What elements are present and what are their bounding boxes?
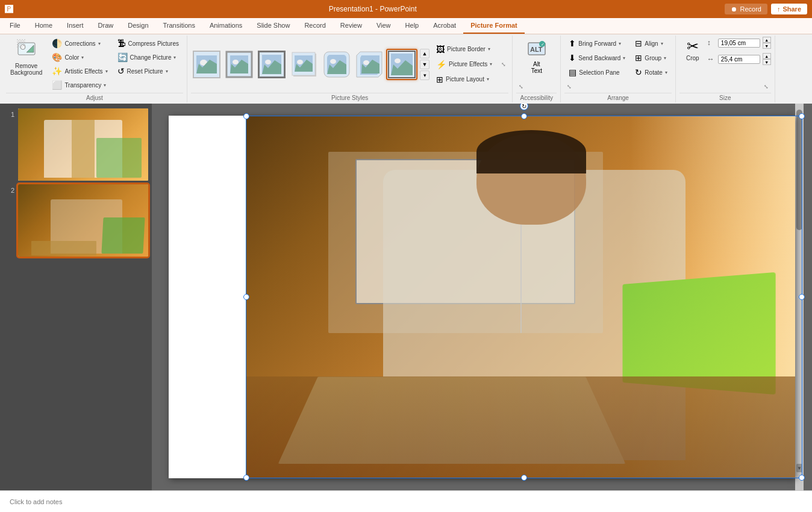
width-spinner: ▲ ▼: [763, 53, 771, 65]
tab-slideshow[interactable]: Slide Show: [249, 18, 297, 34]
tab-acrobat[interactable]: Acrobat: [426, 18, 463, 34]
color-dropdown-icon: ▾: [81, 55, 84, 60]
color-label: Color: [64, 54, 79, 61]
width-input[interactable]: [718, 55, 760, 64]
tab-help[interactable]: Help: [398, 18, 426, 34]
notes-bar[interactable]: Click to add notes: [0, 490, 812, 512]
send-backward-dropdown: ▾: [623, 55, 625, 61]
tab-animations[interactable]: Animations: [202, 18, 249, 34]
alt-text-button[interactable]: ALT✓ AltText: [522, 37, 552, 76]
tab-record[interactable]: Record: [297, 18, 333, 34]
style-thumb-2[interactable]: [223, 49, 255, 80]
change-picture-button[interactable]: 🔄 Change Picture ▾: [113, 51, 183, 64]
style-thumb-1[interactable]: [191, 49, 222, 80]
adjust-group-content: RemoveBackground 🌓 Corrections ▾ 🎨 Color…: [6, 37, 183, 92]
slide-number-2: 2: [4, 184, 14, 194]
tab-file[interactable]: File: [2, 18, 28, 34]
artistic-effects-icon: ✨: [52, 66, 62, 76]
corrections-dropdown-icon: ▾: [98, 41, 101, 46]
color-icon: 🎨: [52, 52, 62, 62]
picture-effects-icon: ⚡: [436, 60, 446, 69]
height-up-button[interactable]: ▲: [763, 37, 771, 43]
rotate-handle[interactable]: ↻: [520, 104, 528, 110]
crop-label: Crop: [686, 55, 699, 61]
app-icon: 🅿: [5, 4, 13, 14]
artistic-effects-button[interactable]: ✨ Artistic Effects ▾: [48, 64, 111, 78]
picture-styles-expand[interactable]: ⤡: [499, 60, 508, 69]
slide-item-1[interactable]: 1: [4, 108, 148, 181]
style-scroll-down[interactable]: ▼: [420, 60, 429, 69]
style-thumb-5[interactable]: [321, 49, 352, 80]
align-button[interactable]: ⊟ Align ▾: [631, 37, 671, 50]
tab-design[interactable]: Design: [120, 18, 155, 34]
rotate-button[interactable]: ↻ Rotate ▾: [631, 66, 671, 79]
tab-view[interactable]: View: [369, 18, 398, 34]
transparency-icon: ⬜: [52, 80, 62, 90]
slide-panel: 1 2: [0, 104, 152, 490]
style-scroll-up[interactable]: ▲: [420, 49, 429, 58]
tab-home[interactable]: Home: [28, 18, 60, 34]
tab-insert[interactable]: Insert: [60, 18, 91, 34]
notes-placeholder: Click to add notes: [10, 498, 62, 505]
alt-text-label: AltText: [531, 61, 542, 74]
reset-picture-button[interactable]: ↺ Reset Picture ▾: [113, 64, 183, 78]
height-down-button[interactable]: ▼: [763, 43, 771, 49]
style-thumb-6[interactable]: [354, 49, 385, 80]
arrange-group-content: ⬆ Bring Forward ▾ ⬇ Send Backward ▾ ▤ Se…: [564, 37, 672, 82]
style-thumb-7[interactable]: [386, 49, 417, 80]
picture-effects-button[interactable]: ⚡ Picture Effects ▾: [432, 58, 496, 71]
svg-point-25: [330, 59, 336, 64]
width-icon: ↔: [707, 55, 716, 63]
vertical-scrollbar[interactable]: ▼: [795, 104, 804, 490]
color-button[interactable]: 🎨 Color ▾: [48, 51, 111, 64]
style-thumb-4[interactable]: [289, 49, 320, 80]
corrections-button[interactable]: 🌓 Corrections ▾: [48, 37, 111, 50]
selection-pane-button[interactable]: ▤ Selection Pane: [564, 66, 629, 79]
tab-transitions[interactable]: Transitions: [156, 18, 202, 34]
remove-background-label: RemoveBackground: [10, 63, 42, 76]
crop-button[interactable]: ✂ Crop: [679, 37, 706, 64]
rotate-icon: ↻: [635, 67, 642, 77]
height-input[interactable]: [718, 39, 760, 48]
share-button[interactable]: ↑ Share: [771, 4, 807, 14]
slide-thumb-2[interactable]: [18, 184, 148, 257]
svg-point-16: [265, 60, 271, 64]
tab-draw[interactable]: Draw: [91, 18, 121, 34]
width-down-button[interactable]: ▼: [763, 59, 771, 65]
picture-layout-button[interactable]: ⊞ Picture Layout ▾: [432, 73, 496, 86]
arrange-expand[interactable]: ⤡: [564, 82, 574, 92]
transparency-button[interactable]: ⬜ Transparency ▾: [48, 78, 111, 92]
style-scroll-more[interactable]: ▾: [420, 70, 429, 80]
accessibility-label: Accessibility: [516, 93, 557, 101]
height-row: ↕ ▲ ▼: [707, 37, 771, 49]
width-up-button[interactable]: ▲: [763, 53, 771, 59]
record-button[interactable]: ⏺ Record: [725, 4, 767, 14]
tab-review[interactable]: Review: [333, 18, 369, 34]
send-backward-button[interactable]: ⬇ Send Backward ▾: [564, 51, 629, 64]
slide-item-2[interactable]: 2: [4, 184, 148, 257]
file-name: Presentation1 - PowerPoint: [20, 5, 725, 13]
size-group-content: ✂ Crop ↕ ▲ ▼ ↔ ▲: [679, 37, 771, 82]
remove-background-icon: [17, 39, 36, 61]
transparency-dropdown-icon: ▾: [104, 83, 106, 88]
picture-layout-label: Picture Layout: [446, 76, 484, 83]
accessibility-expand[interactable]: ⤡: [516, 82, 526, 92]
picture-border-button[interactable]: 🖼 Picture Border ▾: [432, 43, 496, 56]
slide-thumb-1[interactable]: [18, 108, 148, 181]
size-expand[interactable]: ⤡: [761, 82, 771, 92]
reset-picture-dropdown: ▾: [166, 69, 168, 74]
svg-point-21: [297, 60, 303, 64]
title-bar-left: 🅿: [5, 4, 20, 14]
height-spinner: ▲ ▼: [763, 37, 771, 49]
bring-forward-button[interactable]: ⬆ Bring Forward ▾: [564, 37, 629, 50]
remove-background-button[interactable]: RemoveBackground: [6, 37, 46, 78]
style-thumb-3[interactable]: [256, 49, 287, 80]
bring-forward-label: Bring Forward: [578, 40, 616, 47]
tab-picture-format[interactable]: Picture Format: [463, 18, 525, 34]
group-button[interactable]: ⊞ Group ▾: [631, 51, 671, 64]
accessibility-group: ALT✓ AltText ⤡ Accessibility: [513, 36, 561, 102]
corrections-label: Corrections: [64, 40, 95, 47]
rotate-dropdown: ▾: [665, 70, 667, 75]
compress-pictures-button[interactable]: 🗜 Compress Pictures: [113, 37, 183, 50]
style-scroll: ▲ ▼ ▾: [420, 49, 429, 80]
